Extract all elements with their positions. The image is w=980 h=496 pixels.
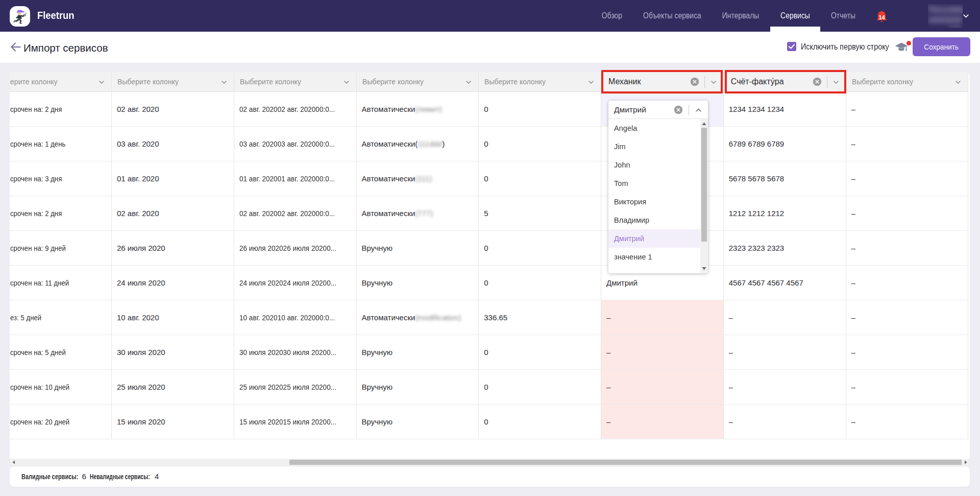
svg-text:14: 14 bbox=[878, 14, 885, 20]
